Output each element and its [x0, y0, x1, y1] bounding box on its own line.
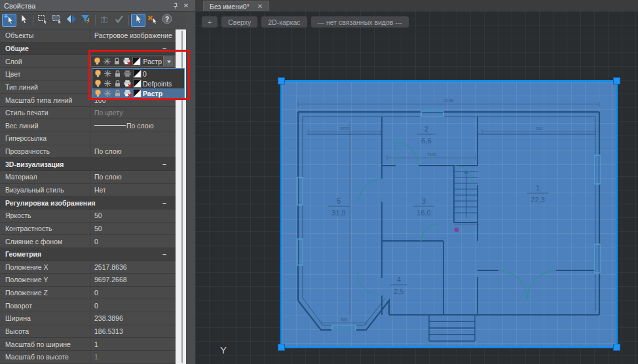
section-header[interactable]: 3D-визуализация−	[0, 158, 176, 171]
property-row: Гиперссылка	[0, 132, 176, 145]
property-label: Слой	[0, 55, 89, 67]
property-value[interactable]: 1	[90, 351, 176, 363]
room-number: 3	[422, 197, 426, 205]
room-number: 5	[337, 197, 341, 205]
sun-icon	[103, 69, 112, 78]
property-value[interactable]: 9697.2668	[90, 274, 176, 286]
lock-icon	[113, 79, 122, 88]
property-value[interactable]: 238.3896	[90, 312, 176, 325]
viewport-visual-style-2d-wireframe[interactable]: 2D-каркас	[261, 16, 307, 27]
collapse-icon[interactable]: −	[162, 199, 166, 207]
toolbar-apply-selection[interactable]	[112, 14, 126, 27]
property-value[interactable]: 50	[90, 209, 176, 222]
selection-grip-top-right[interactable]	[613, 77, 620, 84]
toolbar-select-window[interactable]	[35, 14, 50, 27]
toolbar-separator	[95, 15, 96, 26]
property-label: Гиперссылка	[0, 132, 90, 145]
property-row: СлойРастр	[0, 55, 176, 68]
panel-edge	[186, 12, 195, 364]
property-value[interactable]: 2517.8636	[90, 261, 176, 274]
toolbar-select-crossing[interactable]	[50, 14, 64, 27]
property-value[interactable]: По слою	[90, 145, 176, 158]
room-number: 1	[536, 184, 540, 192]
property-value[interactable]: По слою	[90, 119, 176, 132]
tab-document[interactable]: Без имени0* ✕	[203, 1, 269, 11]
check-icon	[114, 14, 124, 27]
viewport-linked-views[interactable]: --- нет связанных видов ---	[311, 16, 409, 27]
property-row: Положение Z0	[0, 287, 176, 300]
property-value[interactable]: По слою	[90, 171, 176, 183]
property-label: Масштаб типа линий	[0, 94, 90, 106]
toolbar-selection-filter[interactable]	[79, 14, 93, 27]
layer-option-1[interactable]: Defpoints	[92, 79, 184, 88]
property-value[interactable]: Растровое изображение	[90, 29, 176, 42]
toolbar-deselect-all[interactable]	[145, 14, 160, 27]
toolbar-help[interactable]: ?	[160, 14, 174, 27]
printer-noplot-icon	[122, 57, 131, 65]
property-label: Слияние с фоном	[0, 235, 90, 247]
selected-raster-image[interactable]: 1190 3763 310 7143 900	[280, 80, 618, 348]
sun-icon	[103, 79, 112, 88]
drawing-canvas[interactable]: +Сверху2D-каркас--- нет связанных видов …	[195, 11, 638, 364]
layer-option-2[interactable]: Растр	[92, 88, 184, 98]
printer-noplot-icon	[123, 89, 132, 98]
toolbar-append-selection[interactable]	[2, 14, 16, 27]
toolbar-add-to-selection[interactable]	[98, 14, 112, 27]
property-row: Положение Y9697.2668	[0, 274, 176, 287]
property-label: Ширина	[0, 312, 90, 325]
toolbar-separator	[33, 15, 33, 26]
toolbar-pointer-mode[interactable]	[131, 14, 145, 27]
bulb-icon	[94, 69, 102, 78]
tab-close-icon[interactable]: ✕	[257, 3, 263, 10]
bulb-icon	[93, 57, 102, 65]
section-header[interactable]: Геометрия−	[0, 248, 176, 261]
collapse-icon[interactable]: −	[162, 160, 166, 168]
layer-option-0[interactable]: 0	[92, 69, 184, 79]
property-value[interactable]: По цвету	[90, 107, 176, 119]
collapse-icon[interactable]: −	[162, 45, 166, 52]
viewport-add-viewport[interactable]: +	[202, 16, 217, 27]
property-row: Поворот0	[0, 299, 176, 312]
section-label: Общие	[5, 45, 29, 52]
selection-grip-bottom-right[interactable]	[613, 344, 620, 351]
collapse-icon[interactable]: −	[162, 250, 166, 258]
property-value[interactable]: 186.5313	[90, 325, 176, 338]
section-header[interactable]: Регулировка изображения−	[0, 196, 176, 209]
close-icon[interactable]: ✕	[181, 1, 191, 10]
property-value[interactable]: 0	[90, 287, 176, 299]
property-row: ПрозрачностьПо слою	[0, 145, 176, 158]
section-header[interactable]: Общие−	[0, 43, 176, 56]
room-area: 22,3	[531, 196, 544, 204]
selection-grip-bottom-left[interactable]	[278, 344, 285, 351]
property-row: Стиль печатиПо цвету	[0, 107, 176, 120]
svg-text:?: ?	[165, 16, 169, 23]
dim-label: 310	[536, 126, 543, 130]
printer-noplot-icon	[123, 79, 132, 88]
properties-panel: Свойства ✕ ? ОбъектыРастровое изображени…	[0, 0, 195, 364]
toolbar-invert-selection[interactable]	[64, 14, 79, 27]
room-area: 2,5	[394, 287, 403, 295]
property-value[interactable]: 1	[90, 338, 176, 350]
property-label: Вес линий	[0, 119, 90, 132]
property-label: Положение X	[0, 261, 90, 274]
toolbar-select[interactable]	[16, 14, 31, 27]
dim-label: 1190	[443, 98, 453, 103]
property-value[interactable]: Нет	[90, 184, 176, 196]
selection-grip-top-left[interactable]	[278, 77, 285, 84]
layer-field[interactable]: Растр	[90, 56, 175, 67]
property-row: Слияние с фоном0	[0, 235, 176, 248]
pin-icon[interactable]	[170, 1, 181, 10]
property-label: Поворот	[0, 299, 90, 312]
lock-icon	[113, 89, 122, 98]
dim-label: 900	[341, 318, 348, 321]
crossing-rect-icon	[52, 14, 62, 27]
chevron-down-icon[interactable]	[163, 56, 174, 66]
property-value[interactable]	[90, 132, 176, 145]
property-value[interactable]: 0	[90, 235, 176, 247]
property-label: Положение Z	[0, 287, 90, 299]
pointer-icon	[133, 14, 143, 27]
viewport-view-top[interactable]: Сверху	[221, 16, 257, 27]
property-value[interactable]: 0	[90, 299, 176, 312]
property-value[interactable]: 50	[90, 223, 176, 235]
room-number: 4	[397, 276, 401, 283]
